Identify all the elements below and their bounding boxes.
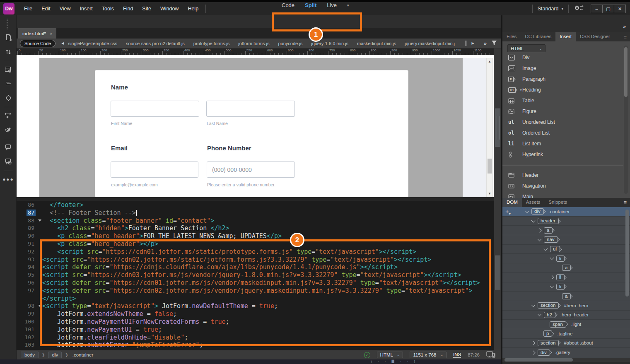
dom-node-header[interactable]: header bbox=[502, 217, 630, 226]
code-line[interactable]: 94<script defer src="https://cdnjs.cloud… bbox=[17, 263, 494, 271]
code-line[interactable]: 99 JotForm.extendsNewTheme = false; bbox=[17, 310, 494, 318]
overflow-files-icon[interactable]: » bbox=[484, 40, 486, 46]
menu-edit[interactable]: Edit bbox=[37, 2, 55, 15]
scroll-up-icon[interactable]: ▲ bbox=[487, 60, 492, 63]
media-queries-icon[interactable] bbox=[0, 110, 17, 121]
panel-tab-files[interactable]: Files bbox=[502, 32, 521, 41]
insert-item-hyperlink[interactable]: Hyperlink bbox=[502, 149, 623, 160]
tag-selector-item[interactable]: div bbox=[48, 352, 62, 358]
insert-category-dropdown[interactable]: HTML ⌄ bbox=[507, 44, 546, 52]
view-mode-split[interactable]: Split bbox=[305, 2, 316, 8]
dom-tab-snippets[interactable]: Snippets bbox=[544, 198, 571, 207]
insert-item-unordered-list[interactable]: ulUnordered List bbox=[502, 117, 623, 128]
menu-window[interactable]: Window bbox=[156, 2, 183, 15]
email-input[interactable] bbox=[111, 162, 198, 178]
live-dropdown-icon[interactable]: ▾ bbox=[347, 3, 349, 7]
form-card[interactable]: Name First Name Last Name Email Phone Nu… bbox=[95, 70, 408, 197]
code-view[interactable]: 86 </footer>87 <!-- Footer Section -->88… bbox=[17, 201, 494, 350]
dom-tab-assets[interactable]: Assets bbox=[522, 198, 545, 207]
code-line[interactable]: 103 JotForm.submitError="jumpToFirstErro… bbox=[17, 341, 494, 349]
collapse-node-icon[interactable] bbox=[538, 237, 542, 241]
related-file[interactable]: jquery.maskedinput.min.j bbox=[405, 41, 455, 46]
viewport-size-dropdown[interactable]: 1151 x 768 ⌄ bbox=[410, 352, 447, 358]
panel-tab-insert[interactable]: Insert bbox=[555, 32, 576, 41]
dom-node-p-tagline[interactable]: p.tagline bbox=[502, 329, 630, 339]
related-file[interactable]: singlePageTemplate.css bbox=[68, 41, 117, 46]
code-line[interactable]: 92 <script src="https://cdn01.jotfor.ms/… bbox=[17, 248, 494, 256]
collapse-panels-icon[interactable]: » bbox=[623, 24, 625, 29]
dom-tab-dom[interactable]: DOM bbox=[502, 198, 522, 207]
code-line[interactable]: 95<script src="https://cdn03.jotfor.ms/j… bbox=[17, 271, 494, 279]
dom-node-a[interactable]: a bbox=[502, 263, 630, 273]
dom-horizontal-scrollbar[interactable] bbox=[502, 358, 630, 362]
dom-node-li[interactable]: li bbox=[502, 282, 630, 292]
phone-input[interactable] bbox=[207, 162, 295, 178]
collapse-node-icon[interactable] bbox=[538, 312, 542, 316]
insert-item-table[interactable]: Table bbox=[502, 95, 623, 106]
apply-comment-icon[interactable] bbox=[0, 142, 17, 153]
dom-node-span-light[interactable]: span.light bbox=[502, 320, 630, 329]
close-button[interactable]: ✕ bbox=[614, 5, 626, 13]
code-line[interactable]: 89 <h2 class="hidden">Footer Banner Sect… bbox=[17, 224, 494, 232]
related-file[interactable]: prototype.forms.js bbox=[193, 41, 229, 46]
design-scrollbar-thumb[interactable] bbox=[488, 159, 492, 174]
remove-comment-icon[interactable] bbox=[0, 156, 17, 167]
code-line[interactable]: 100 JotForm.newPaymentUIForNewCreatedFor… bbox=[17, 318, 494, 326]
code-line[interactable]: 97<script defer src="https://cdn02.jotfo… bbox=[17, 287, 494, 295]
dom-node-section-aboutabout[interactable]: section#about .about bbox=[502, 339, 630, 348]
insert-item-ordered-list[interactable]: olOrdered List bbox=[502, 128, 623, 138]
code-line[interactable]: 101 JotForm.newPaymentUI = true; bbox=[17, 326, 494, 334]
menu-file[interactable]: File bbox=[19, 2, 37, 15]
code-fold-icon[interactable] bbox=[38, 219, 41, 222]
insert-item-list-item[interactable]: liList Item bbox=[502, 138, 623, 149]
dom-node-section-herohero[interactable]: section#hero .hero bbox=[502, 301, 630, 311]
dom-node-li[interactable]: li bbox=[502, 273, 630, 282]
expand-node-icon[interactable] bbox=[538, 228, 542, 232]
collapse-node-icon[interactable] bbox=[525, 209, 529, 213]
workspace-switcher[interactable]: Standard ▾ bbox=[538, 6, 563, 12]
code-pane-scroll-thumb[interactable] bbox=[495, 256, 500, 290]
document-tab[interactable]: index.html* × bbox=[18, 28, 56, 39]
view-mode-live[interactable]: Live bbox=[327, 2, 337, 8]
dom-node-ul[interactable]: ul bbox=[502, 245, 630, 254]
add-element-icon[interactable]: +▾ bbox=[505, 208, 511, 216]
inspect-tag-icon[interactable] bbox=[0, 124, 17, 135]
dom-scrollbar-thumb[interactable] bbox=[625, 210, 629, 297]
dom-node-a[interactable]: a bbox=[502, 292, 630, 301]
menu-tools[interactable]: Tools bbox=[97, 2, 118, 15]
menu-view[interactable]: View bbox=[55, 2, 75, 15]
code-line[interactable]: 102 JotForm.clearFieldOnHide="disable"; bbox=[17, 334, 494, 342]
preview-devices-icon[interactable] bbox=[486, 351, 495, 359]
code-fold-icon[interactable] bbox=[38, 305, 41, 307]
dom-node-a[interactable]: a bbox=[502, 226, 630, 235]
tag-selector-item[interactable]: .container bbox=[72, 352, 94, 358]
insert-item-div[interactable]: <>Div bbox=[502, 52, 623, 63]
expand-node-icon[interactable] bbox=[531, 341, 536, 345]
collapse-node-icon[interactable] bbox=[531, 218, 536, 222]
collapse-node-icon[interactable] bbox=[550, 256, 554, 260]
insert-mode-indicator[interactable]: INS bbox=[453, 352, 461, 358]
close-tab-icon[interactable]: × bbox=[50, 31, 52, 36]
doctype-dropdown[interactable]: HTML ⌄ bbox=[377, 352, 403, 358]
panel-tab-cc-libraries[interactable]: CC Libraries bbox=[521, 32, 555, 41]
collapse-node-icon[interactable] bbox=[544, 246, 548, 251]
view-mode-code[interactable]: Code bbox=[282, 2, 294, 8]
collapse-node-icon[interactable] bbox=[550, 284, 554, 288]
scroll-down-icon[interactable]: ▼ bbox=[487, 192, 492, 195]
dom-node-div-gallery[interactable]: div.gallery bbox=[502, 348, 630, 357]
related-file[interactable]: punycode.js bbox=[278, 41, 302, 46]
dom-node-div-container[interactable]: +▾div.container bbox=[502, 207, 630, 217]
code-line[interactable]: 90 <p class="hero_header">FOR THE LATEST… bbox=[17, 232, 494, 240]
expand-node-icon[interactable] bbox=[550, 275, 554, 280]
panel-menu-icon[interactable]: ≡ bbox=[623, 34, 627, 40]
collapse-node-icon[interactable] bbox=[531, 303, 536, 307]
code-line[interactable]: 87 <!-- Footer Section --> bbox=[17, 209, 494, 217]
panel-tab-css-designer[interactable]: CSS Designer bbox=[576, 32, 614, 41]
insert-scrollbar[interactable] bbox=[624, 46, 628, 194]
code-line[interactable]: 88 <section class="footer_banner" id="co… bbox=[17, 217, 494, 225]
insert-item-main[interactable]: Main bbox=[502, 191, 623, 198]
code-line[interactable]: 91 <p class="hero_header"></p> bbox=[17, 240, 494, 248]
dom-panel-menu-icon[interactable]: ≡ bbox=[623, 199, 627, 205]
tag-selector-item[interactable]: body bbox=[21, 352, 39, 358]
insert-item-image[interactable]: Image bbox=[502, 63, 623, 74]
